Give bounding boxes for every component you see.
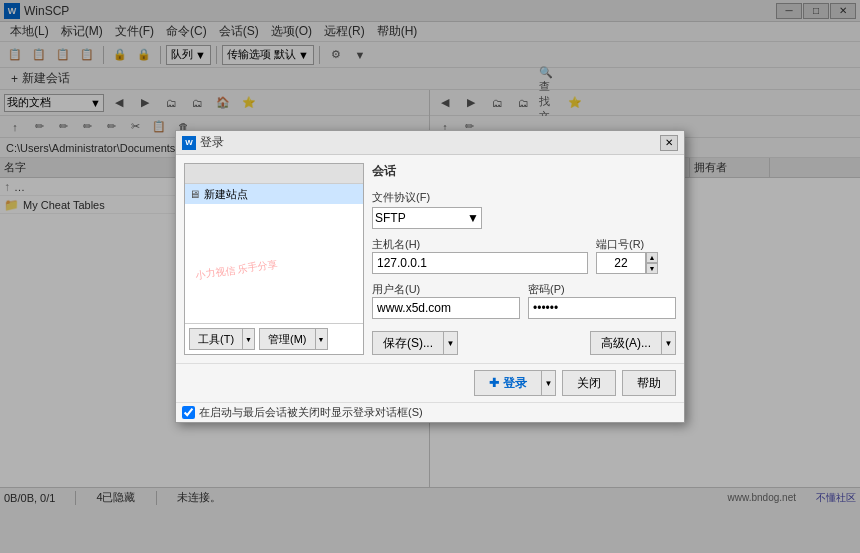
checkbox-label: 在启动与最后会话被关闭时显示登录对话框(S)	[199, 405, 423, 420]
port-label: 端口号(R)	[596, 238, 644, 250]
site-list-area	[185, 204, 363, 243]
login-dialog: W 登录 ✕ 🖥 新建站点 小力视信 乐手分享	[175, 130, 685, 423]
login-arrow[interactable]: ▼	[542, 370, 556, 396]
user-label: 用户名(U)	[372, 283, 420, 295]
save-btn-group: 保存(S)... ▼	[372, 331, 458, 355]
watermark: 小力视信 乐手分享	[194, 257, 278, 282]
dialog-icon: W	[182, 136, 196, 150]
port-up[interactable]: ▲	[646, 252, 658, 263]
save-button[interactable]: 保存(S)...	[372, 331, 444, 355]
dialog-footer: ✚ 登录 ▼ 关闭 帮助	[176, 363, 684, 402]
port-down[interactable]: ▼	[646, 263, 658, 274]
port-group: 端口号(R) ▲ ▼	[596, 237, 676, 274]
dialog-title: 登录	[200, 134, 660, 151]
site-list-panel: 🖥 新建站点 小力视信 乐手分享 工具(T) ▼ 管理(M) ▼	[184, 163, 364, 355]
site-icon: 🖥	[189, 188, 200, 200]
host-input[interactable]	[372, 252, 588, 274]
dialog-body: 🖥 新建站点 小力视信 乐手分享 工具(T) ▼ 管理(M) ▼	[176, 155, 684, 363]
user-group: 用户名(U)	[372, 282, 520, 319]
manage-arrow[interactable]: ▼	[316, 328, 328, 350]
host-group: 主机名(H)	[372, 237, 588, 274]
advanced-button[interactable]: 高级(A)...	[590, 331, 662, 355]
host-label: 主机名(H)	[372, 238, 420, 250]
login-button[interactable]: ✚ 登录	[474, 370, 542, 396]
login-btn-group: ✚ 登录 ▼	[474, 370, 556, 396]
save-advanced-row: 保存(S)... ▼ 高级(A)... ▼	[372, 331, 676, 355]
dialog-title-bar: W 登录 ✕	[176, 131, 684, 155]
pass-group: 密码(P)	[528, 282, 676, 319]
help-button[interactable]: 帮助	[622, 370, 676, 396]
pass-label: 密码(P)	[528, 283, 565, 295]
user-input[interactable]	[372, 297, 520, 319]
user-pass-row: 用户名(U) 密码(P)	[372, 282, 676, 319]
advanced-arrow[interactable]: ▼	[662, 331, 676, 355]
modal-overlay: W 登录 ✕ 🖥 新建站点 小力视信 乐手分享	[0, 0, 860, 553]
manage-btn-group: 管理(M) ▼	[259, 328, 328, 350]
port-spin-btns: ▲ ▼	[646, 252, 658, 274]
pass-input[interactable]	[528, 297, 676, 319]
advanced-btn-group: 高级(A)... ▼	[590, 331, 676, 355]
show-login-checkbox[interactable]	[182, 406, 195, 419]
site-list-footer: 工具(T) ▼ 管理(M) ▼	[185, 323, 363, 354]
tools-button[interactable]: 工具(T)	[189, 328, 243, 350]
checkbox-row: 在启动与最后会话被关闭时显示登录对话框(S)	[176, 402, 684, 422]
watermark-area: 小力视信 乐手分享	[185, 243, 363, 323]
protocol-group: 文件协议(F) SFTP ▼	[372, 190, 676, 229]
dialog-close-button[interactable]: ✕	[660, 135, 678, 151]
host-port-row: 主机名(H) 端口号(R) ▲ ▼	[372, 237, 676, 274]
port-spinbox: ▲ ▼	[596, 252, 676, 274]
close-dialog-button[interactable]: 关闭	[562, 370, 616, 396]
section-label: 会话	[372, 163, 676, 180]
tools-arrow[interactable]: ▼	[243, 328, 255, 350]
tools-btn-group: 工具(T) ▼	[189, 328, 255, 350]
site-list-header	[185, 164, 363, 184]
manage-button[interactable]: 管理(M)	[259, 328, 316, 350]
save-arrow[interactable]: ▼	[444, 331, 458, 355]
protocol-label: 文件协议(F)	[372, 190, 676, 205]
new-site-item[interactable]: 🖥 新建站点	[185, 184, 363, 204]
port-input[interactable]	[596, 252, 646, 274]
form-panel: 会话 文件协议(F) SFTP ▼ 主机名(H) 端口	[372, 163, 676, 355]
protocol-select[interactable]: SFTP ▼	[372, 207, 482, 229]
